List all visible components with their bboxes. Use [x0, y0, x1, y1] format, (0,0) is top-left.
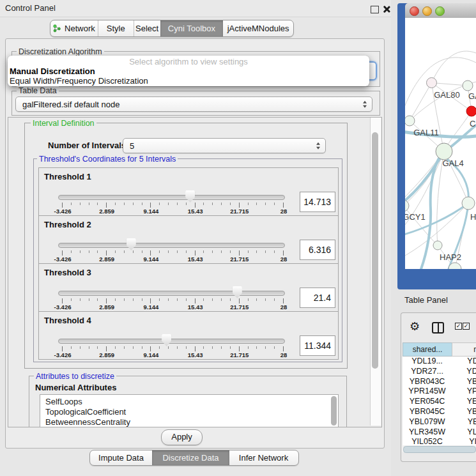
node-label: C	[470, 119, 475, 128]
float-panel-icon[interactable]	[371, 6, 379, 13]
cell-shared-name: YBR043C	[403, 377, 452, 387]
attribute-list-item[interactable]: BetweennessCentrality	[40, 417, 338, 427]
tab-jactivemnodules[interactable]: jActiveMNodules	[223, 20, 293, 36]
table-row[interactable]: YDL19...YDL1	[403, 357, 476, 367]
network-node[interactable]	[427, 78, 437, 88]
zoom-window-icon[interactable]	[435, 6, 445, 16]
algorithm-option-equal-width[interactable]: Equal Width/Frequency Discretization	[10, 76, 148, 86]
checkbox-icon[interactable]: ✓	[463, 323, 470, 330]
column-header-shared-name[interactable]: shared...	[403, 342, 452, 357]
table-row[interactable]: YPR145WYPR1	[403, 387, 476, 397]
combo-stepper-icon	[363, 101, 367, 108]
tick-label: 2.859	[88, 303, 126, 311]
cell-shared-name: YDL19...	[403, 357, 452, 367]
threshold-value-field[interactable]: 14.713	[300, 192, 335, 212]
cell-name: YLR3	[452, 427, 476, 438]
tab-label: Network	[65, 24, 95, 33]
close-window-icon[interactable]	[410, 6, 419, 16]
table-row[interactable]: YBR043CYBR0	[403, 377, 476, 387]
tab-infer-network[interactable]: Infer Network	[229, 450, 298, 465]
tab-cyni-toolbox[interactable]: Cyni Toolbox	[160, 20, 224, 36]
combo-stepper-icon	[316, 142, 320, 150]
numerical-attributes-label: Numerical Attributes	[35, 383, 116, 392]
network-window-titlebar[interactable]	[405, 3, 476, 19]
cell-shared-name: YIL052C	[403, 437, 452, 445]
slider-thumb[interactable]	[162, 334, 171, 346]
attribute-list-item[interactable]: TopologicalCoefficient	[40, 407, 338, 417]
tick-label: 9.144	[132, 303, 170, 311]
threshold-label: Threshold 4	[44, 316, 91, 325]
table-data-combobox[interactable]: galFiltered.sif default node	[15, 96, 372, 112]
threshold-value-field[interactable]: 6.316	[300, 240, 335, 260]
cell-name: YBR0	[452, 377, 476, 387]
apply-button[interactable]: Apply	[161, 429, 203, 445]
table-row[interactable]: YER054CYER0	[403, 397, 476, 407]
network-canvas[interactable]: GAL80GACGAL11GAL4HGCY1HAP2	[405, 18, 476, 269]
tab-network[interactable]: Network	[50, 20, 98, 36]
network-node[interactable]	[466, 106, 476, 116]
cell-shared-name: YBR045C	[403, 407, 452, 417]
network-node[interactable]	[436, 143, 452, 160]
network-node[interactable]	[405, 200, 409, 211]
table-row[interactable]: YBL079WYBL0	[403, 417, 476, 427]
column-header-name[interactable]: na	[452, 342, 476, 357]
network-node[interactable]	[462, 197, 475, 210]
tab-style[interactable]: Style	[98, 20, 134, 36]
checkbox-icon[interactable]: ✓	[455, 323, 462, 330]
tab-impute-data[interactable]: Impute Data	[90, 450, 152, 465]
tick-label: 9.144	[132, 256, 170, 263]
threshold-value-field[interactable]: 21.4	[300, 288, 335, 308]
number-of-intervals-combobox[interactable]: 5	[123, 138, 326, 153]
slider-track[interactable]	[58, 291, 285, 296]
minimize-window-icon[interactable]	[422, 6, 432, 16]
network-node[interactable]	[463, 81, 473, 91]
vertical-scrollbar-thumb[interactable]	[372, 132, 378, 369]
node-label: GCY1	[405, 212, 426, 222]
table-row[interactable]: YIL052CYIL0	[403, 437, 476, 445]
attributes-scrollbar-thumb[interactable]	[331, 396, 337, 426]
tick-label: 2.859	[88, 256, 126, 263]
algorithm-hint-option[interactable]: Select algorithm to view settings	[8, 57, 369, 66]
cell-name: YER0	[452, 397, 476, 407]
table-hscrollbar-thumb[interactable]	[403, 446, 476, 453]
tick-label: 2.859	[88, 351, 126, 358]
slider-major-ticks	[62, 346, 284, 351]
numerical-attributes-list[interactable]: SelfLoopsTopologicalCoefficientBetweenne…	[40, 394, 339, 427]
cell-shared-name: YPR145W	[403, 387, 452, 397]
tick-label: 9.144	[132, 351, 170, 358]
slider-thumb[interactable]	[233, 286, 242, 298]
table-row[interactable]: YLR345WYLR3	[403, 427, 476, 438]
threshold-row: Threshold 4-3.4262.8599.14415.4321.71528…	[38, 311, 339, 360]
slider-track[interactable]	[58, 339, 285, 344]
cell-name: YBR0	[452, 407, 476, 417]
attribute-list-item[interactable]: SelfLoops	[40, 397, 338, 407]
slider-track[interactable]	[58, 243, 285, 248]
slider-thumb[interactable]	[127, 238, 136, 250]
algorithm-option-manual[interactable]: Manual Discretization	[10, 66, 95, 76]
slider-thumb[interactable]	[185, 190, 195, 203]
app-screen: GAL80GACGAL11GAL4HGCY1HAP2 Table Panel ⚙…	[0, 0, 476, 476]
tick-label: 2.859	[88, 208, 126, 215]
slider-major-ticks	[62, 250, 284, 256]
tab-select[interactable]: Select	[134, 20, 160, 36]
table-row[interactable]: YDR27...YDR2	[403, 367, 476, 377]
columns-icon[interactable]	[432, 322, 444, 334]
table-row[interactable]: YBR045CYBR0	[403, 407, 476, 417]
tab-discretize-data[interactable]: Discretize Data	[152, 450, 229, 465]
node-label: GAL4	[442, 158, 463, 168]
network-graph: GAL80GACGAL11GAL4HGCY1HAP2	[405, 18, 476, 269]
tab-label: Select	[135, 24, 158, 33]
cell-name: YIL0	[452, 437, 476, 445]
node-label: GAL80	[434, 90, 459, 100]
tick-label: 28	[265, 351, 303, 358]
slider-track[interactable]	[58, 195, 285, 200]
node-label: HAP2	[440, 252, 461, 262]
close-panel-icon[interactable]	[383, 5, 391, 13]
tab-label: Impute Data	[98, 453, 144, 463]
network-node[interactable]	[405, 116, 415, 126]
network-node[interactable]	[433, 241, 442, 250]
table-body: YDL19...YDL1YDR27...YDR2YBR043CYBR0YPR14…	[403, 357, 476, 445]
threshold-value-field[interactable]: 11.344	[300, 335, 335, 356]
gear-icon[interactable]: ⚙	[410, 320, 420, 333]
cell-shared-name: YLR345W	[403, 427, 452, 438]
